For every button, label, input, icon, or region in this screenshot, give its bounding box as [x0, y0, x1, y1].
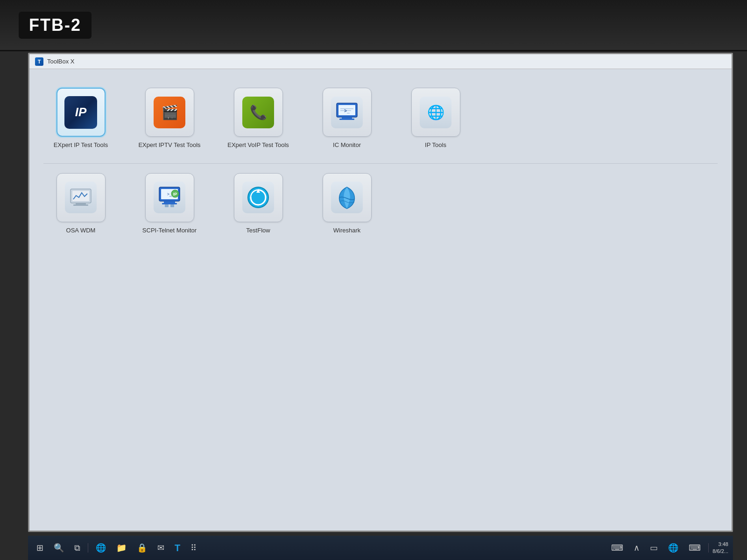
app-item-ic-monitor[interactable]: >_ IC Monitor — [310, 88, 384, 149]
svg-rect-9 — [76, 203, 86, 204]
app-icon-ip-tools[interactable]: 🌐 — [411, 88, 460, 137]
svg-rect-10 — [73, 204, 88, 206]
testflow-icon — [242, 182, 274, 213]
network-icon[interactable]: 🌐 — [664, 541, 682, 555]
start-button[interactable]: ⊞ — [33, 541, 47, 555]
app-row-1: IP EXpert IP Test Tools 🎬 EXpert IPTV Te… — [43, 78, 718, 164]
svg-rect-14 — [164, 201, 175, 203]
taskbar-time: 3:48 8/6/2... — [712, 541, 728, 555]
svg-rect-3 — [339, 119, 354, 120]
app-icon-expert-iptv[interactable]: 🎬 — [145, 88, 194, 137]
toolbox-icon: T — [35, 57, 43, 66]
search-button[interactable]: 🔍 — [50, 541, 68, 555]
keyboard-icon[interactable]: ⌨ — [607, 541, 627, 555]
main-content: IP EXpert IP Test Tools 🎬 EXpert IPTV Te… — [29, 69, 732, 531]
display-icon[interactable]: ▭ — [646, 541, 662, 555]
app-item-scpi-telnet[interactable]: >_ IP SCPI-Telnet Monitor — [132, 173, 207, 235]
keyboard-layout-icon[interactable]: ⌨ — [685, 541, 705, 555]
app-label-expert-voip: EXpert VoIP Test Tools — [227, 141, 289, 149]
mail-button[interactable]: ✉ — [154, 541, 168, 555]
osa-wdm-icon — [65, 182, 97, 213]
app-label-ic-monitor: IC Monitor — [333, 141, 361, 149]
app-icon-osa-wdm[interactable] — [56, 173, 106, 222]
security-button[interactable]: 🔒 — [133, 541, 151, 555]
device-bezel: FTB-2 — [0, 0, 747, 51]
app-item-expert-iptv[interactable]: 🎬 EXpert IPTV Test Tools — [132, 88, 207, 149]
apps-button[interactable]: ⠿ — [187, 541, 200, 555]
app-item-expert-voip[interactable]: 📞 EXpert VoIP Test Tools — [221, 88, 296, 149]
app-item-ip-tools[interactable]: 🌐 IP Tools — [398, 88, 473, 149]
app-item-expert-ip[interactable]: IP EXpert IP Test Tools — [43, 88, 118, 149]
app-icon-expert-ip[interactable]: IP — [56, 88, 106, 137]
svg-rect-17 — [170, 204, 174, 207]
app-item-wireshark[interactable]: Wireshark — [310, 173, 384, 235]
app-row-2: OSA WDM >_ IP — [43, 164, 718, 249]
app-item-testflow[interactable]: TestFlow — [221, 173, 296, 235]
taskbar-separator-1 — [88, 543, 88, 553]
expert-iptv-icon: 🎬 — [154, 97, 185, 128]
app-label-wireshark: Wireshark — [333, 227, 361, 235]
app-icon-expert-voip[interactable]: 📞 — [234, 88, 283, 137]
expert-ip-icon: IP — [64, 96, 97, 129]
task-view-button[interactable]: ⧉ — [70, 541, 84, 555]
app-label-expert-ip: EXpert IP Test Tools — [54, 141, 108, 149]
scpi-telnet-icon: >_ IP — [154, 182, 185, 213]
window-title: ToolBox X — [47, 58, 75, 65]
taskbar: ⊞ 🔍 ⧉ 🌐 📁 🔒 ✉ T ⠿ ⌨ ∧ ▭ 🌐 ⌨ 3:48 8/6/2..… — [28, 536, 733, 560]
expert-voip-icon: 📞 — [242, 97, 274, 128]
app-icon-scpi-telnet[interactable]: >_ IP — [145, 173, 194, 222]
taskbar-separator-2 — [708, 543, 709, 553]
file-explorer-button[interactable]: 📁 — [113, 541, 130, 555]
toolbox-taskbar-button[interactable]: T — [171, 541, 184, 555]
svg-rect-8 — [72, 191, 89, 201]
app-icon-ic-monitor[interactable]: >_ — [323, 88, 372, 137]
svg-text:IP: IP — [173, 192, 177, 196]
wireshark-icon — [331, 182, 363, 213]
app-icon-testflow[interactable] — [234, 173, 283, 222]
edge-browser-button[interactable]: 🌐 — [92, 541, 110, 555]
app-label-expert-iptv: EXpert IPTV Test Tools — [138, 141, 200, 149]
title-bar: T ToolBox X — [29, 54, 732, 69]
app-item-osa-wdm[interactable]: OSA WDM — [43, 173, 118, 235]
app-label-testflow: TestFlow — [246, 227, 270, 235]
screen-area: T ToolBox X IP EXpert IP Test Tools 🎬 EX… — [28, 53, 733, 532]
svg-rect-16 — [165, 204, 169, 207]
app-icon-wireshark[interactable] — [323, 173, 372, 222]
svg-rect-2 — [342, 117, 352, 119]
svg-rect-15 — [162, 203, 177, 204]
device-label: FTB-2 — [19, 12, 92, 39]
chevron-up-icon[interactable]: ∧ — [630, 541, 643, 555]
ic-monitor-icon: >_ — [331, 97, 363, 128]
app-label-ip-tools: IP Tools — [425, 141, 446, 149]
ip-tools-icon: 🌐 — [420, 97, 451, 128]
app-label-osa-wdm: OSA WDM — [66, 227, 96, 235]
app-label-scpi-telnet: SCPI-Telnet Monitor — [142, 227, 197, 235]
taskbar-right: ⌨ ∧ ▭ 🌐 ⌨ 3:48 8/6/2... — [607, 541, 728, 555]
